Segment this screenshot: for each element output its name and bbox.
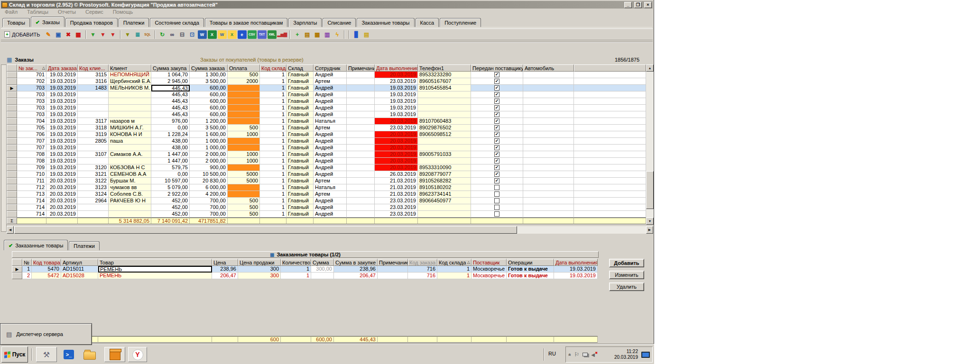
filter-select-icon[interactable]: ▼ <box>123 30 132 39</box>
row-selector[interactable] <box>7 125 17 131</box>
export-calc-icon[interactable]: e <box>238 30 247 39</box>
checkbox-checked[interactable]: ✔ <box>494 158 499 164</box>
order-row[interactable]: 71420.03.20192964РАКЧЕЕВ Ю Н452,00700,00… <box>7 198 646 204</box>
powershell-icon[interactable]: >_ <box>61 347 77 362</box>
checkbox-unchecked[interactable] <box>494 191 499 197</box>
server-manager-item[interactable]: Диспетчер сервера <box>16 331 63 337</box>
row-selector[interactable] <box>7 111 17 118</box>
export-excel-icon[interactable]: X <box>208 30 217 39</box>
column-header[interactable]: Количество <box>281 259 311 266</box>
menu-help[interactable]: Помощь <box>113 9 133 16</box>
order-row[interactable]: ▶70319.03.20191483МЕЛЬНИКОВ М.445,43600,… <box>7 85 646 91</box>
row-selector[interactable] <box>7 204 17 211</box>
row-selector[interactable] <box>7 78 17 85</box>
server-manager-icon[interactable]: ⚒ <box>36 347 57 362</box>
row-selector[interactable] <box>7 98 17 105</box>
order-row[interactable]: 71420.03.2019452,00700,005001ГлавныйАндр… <box>7 204 646 211</box>
column-header[interactable]: Товар <box>98 259 212 266</box>
checkbox-checked[interactable]: ✔ <box>494 145 499 150</box>
order-row[interactable]: 70819.03.20193107Симаков А.А.1 447,002 0… <box>7 151 646 158</box>
column-header[interactable]: Сотрудник <box>314 64 347 72</box>
column-header[interactable]: Телефон1 <box>418 64 471 72</box>
language-indicator[interactable]: RU <box>548 351 556 356</box>
column-header[interactable]: Склад <box>287 64 314 72</box>
filter-add-icon[interactable]: ▼ <box>89 30 98 39</box>
row-selector[interactable] <box>7 198 17 204</box>
tab-payments[interactable]: Платежи <box>119 18 149 27</box>
column-header[interactable]: Сумма в закупке <box>334 259 378 266</box>
order-row[interactable]: 70319.03.2019445,43600,001ГлавныйАндрей1… <box>7 98 646 105</box>
scroll-down-button[interactable]: ▼ <box>646 218 654 225</box>
horizontal-scroll-thumb[interactable] <box>14 226 517 234</box>
checkbox-checked[interactable]: ✔ <box>494 79 499 84</box>
order-row[interactable]: 71220.03.20193123чумаков вв5 079,006 000… <box>7 184 646 191</box>
column-header[interactable]: Клиент <box>109 64 151 72</box>
row-selector[interactable] <box>7 131 17 138</box>
tab-salaries[interactable]: Зарплаты <box>288 18 322 27</box>
row-selector[interactable] <box>7 184 17 191</box>
row-selector[interactable]: ▶ <box>12 266 22 273</box>
tab-goods[interactable]: Товары <box>2 18 30 27</box>
order-row[interactable]: 71320.03.20193124Соболев С.В.2 922,004 2… <box>7 191 646 198</box>
order-row[interactable]: 70619.03.20193119КОНОВА Н И1 228,241 600… <box>7 131 646 138</box>
minimize-button[interactable]: _ <box>624 2 632 8</box>
row-selector[interactable] <box>7 151 17 158</box>
detail-row[interactable]: 25472AD15028РЕМЕНЬ206,473001206,477161Мо… <box>12 273 598 279</box>
row-selector[interactable] <box>7 211 17 218</box>
column-header[interactable]: Поставщик <box>472 259 507 266</box>
add-record-button[interactable]: +ДОБАВИТЬ <box>3 31 44 38</box>
order-row[interactable]: 70719.03.20192805паша438,001 000,001Глав… <box>7 138 646 145</box>
row-selector[interactable] <box>7 91 17 98</box>
flag-icon[interactable]: ⚐ <box>574 351 580 358</box>
tab-orders[interactable]: ✔Заказы <box>31 17 65 27</box>
start-button[interactable]: Пуск <box>1 346 28 363</box>
table-settings-icon[interactable]: ▦ <box>313 30 322 39</box>
detail-delete-button[interactable]: Удалить <box>609 282 644 291</box>
row-selector[interactable] <box>7 138 17 145</box>
edit-icon[interactable]: ✎ <box>44 30 53 39</box>
row-selector[interactable] <box>7 72 17 78</box>
checkbox-checked[interactable]: ✔ <box>494 92 499 97</box>
checkbox-checked[interactable]: ✔ <box>494 105 499 110</box>
column-header[interactable] <box>7 64 17 72</box>
column-header[interactable]: Дата заказа <box>46 64 78 72</box>
send-excel-icon[interactable]: X <box>228 30 237 39</box>
flash-icon[interactable]: ϟ <box>333 30 342 39</box>
checkbox-checked[interactable]: ✔ <box>494 178 499 183</box>
order-row[interactable]: 70419.03.20193117назаров м976,001 200,00… <box>7 118 646 125</box>
column-header[interactable]: Автомобиль <box>523 64 574 72</box>
vertical-scroll-thumb[interactable] <box>646 171 654 209</box>
column-header[interactable]: Код склада <box>260 64 287 72</box>
column-header[interactable] <box>574 64 646 72</box>
column-header[interactable]: № зак...△ <box>17 64 46 72</box>
order-row[interactable]: 71420.03.2019452,00700,005001ГлавныйАндр… <box>7 211 646 218</box>
row-selector[interactable] <box>7 171 17 178</box>
detail-add-button[interactable]: Добавить <box>609 259 644 267</box>
checkbox-checked[interactable]: ✔ <box>494 138 499 144</box>
show-desktop-icon[interactable] <box>641 352 650 358</box>
sql-filter-icon[interactable]: SQL <box>143 30 152 39</box>
export-word-icon[interactable]: W <box>198 30 207 39</box>
detail-edit-button[interactable]: Изменить <box>609 271 644 279</box>
column-header[interactable]: Сумма заказа <box>190 64 228 72</box>
order-row[interactable]: 70219.03.20193116Щербинский Е.А.2 945,00… <box>7 78 646 85</box>
column-header[interactable]: Код клие... <box>78 64 109 72</box>
scroll-up-button[interactable]: ▲ <box>646 64 654 72</box>
column-header[interactable]: Оплата <box>228 64 260 72</box>
menu-file[interactable]: Файл <box>5 9 18 16</box>
yandex-browser-icon[interactable]: Y <box>128 347 147 362</box>
tree-view-icon[interactable]: ≣ <box>133 30 142 39</box>
column-header[interactable]: Дата выполнения <box>554 259 598 266</box>
tab-supplier-orders[interactable]: Товары в заказе поставщикам <box>205 18 287 27</box>
menu-reports[interactable]: Отчеты <box>58 9 76 16</box>
order-row[interactable]: 70519.03.20193118МИШКИН А.Г.0,003 500,00… <box>7 125 646 131</box>
order-row[interactable]: 70819.03.20191 447,002 000,0010001Главны… <box>7 158 646 164</box>
preview-icon[interactable]: ⊡ <box>188 30 197 39</box>
filter-delete-icon[interactable]: ▼ <box>99 30 108 39</box>
row-selector[interactable]: ▶ <box>7 85 17 91</box>
order-row[interactable]: 70719.03.2019438,001 000,001ГлавныйАндре… <box>7 145 646 151</box>
column-header[interactable]: Код склада△ <box>437 259 472 266</box>
checkbox-checked[interactable]: ✔ <box>494 125 499 130</box>
column-header[interactable]: Артикул <box>61 259 98 266</box>
explorer-icon[interactable] <box>79 347 101 362</box>
